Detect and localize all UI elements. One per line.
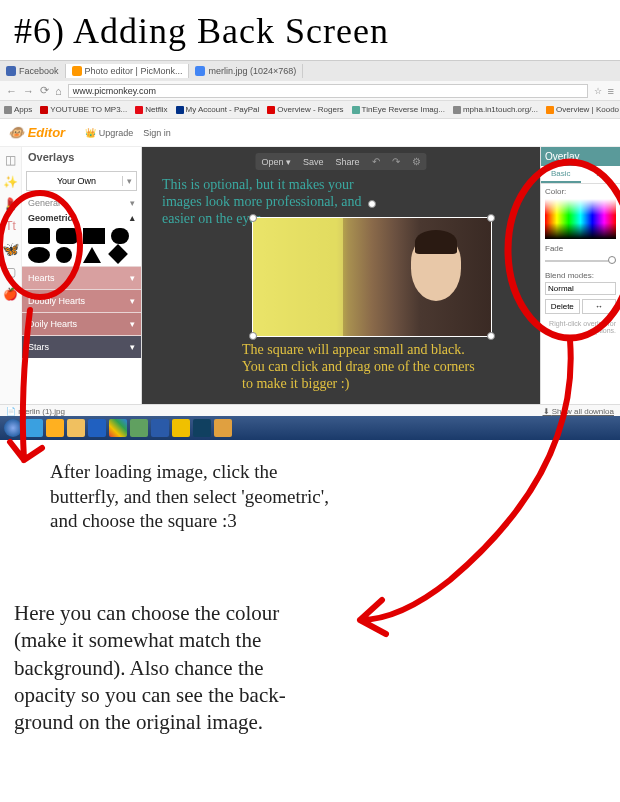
overlay-panel-title: Overlay [541, 147, 620, 166]
your-own-button[interactable]: Your Own▾ [26, 171, 137, 191]
browser-tabs: Facebook Photo editor | PicMonk... merli… [0, 61, 620, 81]
resize-handle-tl[interactable] [249, 214, 257, 222]
annotation-square: The square will appear small and black. … [242, 342, 482, 392]
save-button[interactable]: Save [303, 157, 324, 167]
open-button[interactable]: Open ▾ [261, 157, 291, 167]
overlays-panel: Overlays Your Own▾ General▾ Geometric▴ H… [22, 147, 142, 419]
taskbar-media-icon[interactable] [46, 419, 64, 437]
taskbar-mail-icon[interactable] [88, 419, 106, 437]
bookmarks-bar: Apps YOUTUBE TO MP3... Netflix My Accoun… [0, 101, 620, 119]
bookmark-mpha[interactable]: mpha.in1touch.org/... [453, 105, 538, 114]
rotate-handle[interactable] [368, 200, 376, 208]
shape-circle[interactable] [56, 247, 72, 263]
category-hearts[interactable]: Hearts▾ [22, 266, 141, 289]
touchup-tool-icon[interactable]: 💄 [3, 197, 18, 211]
bookmark-apps[interactable]: Apps [4, 105, 32, 114]
shape-rect[interactable] [83, 228, 105, 244]
url-input[interactable]: www.picmonkey.com [68, 84, 588, 98]
resize-handle-tr[interactable] [487, 214, 495, 222]
overlay-tab-basic[interactable]: Basic [541, 166, 581, 183]
blend-label: Blend modes: [541, 268, 620, 281]
color-picker[interactable] [545, 199, 616, 239]
bookmark-star-icon[interactable]: ☆ [594, 86, 602, 96]
bookmark-rogers[interactable]: Overview - Rogers [267, 105, 343, 114]
color-label: Color: [541, 184, 620, 197]
category-doodly-hearts[interactable]: Doodly Hearts▾ [22, 289, 141, 312]
reload-button[interactable]: ⟳ [40, 84, 49, 97]
overlay-properties-panel: Overlay Basic Er Color: Fade Blend modes… [540, 147, 620, 419]
shape-diamond[interactable] [108, 244, 128, 264]
selected-photo-overlay[interactable] [252, 217, 492, 337]
windows-taskbar [0, 416, 620, 440]
category-general[interactable]: General▾ [22, 195, 141, 211]
canvas-toolbar: Open ▾ Save Share ↶ ↷ ⚙ [255, 153, 426, 170]
butterfly-overlays-icon[interactable]: 🦋 [2, 241, 19, 257]
home-button[interactable]: ⌂ [55, 85, 62, 97]
start-button[interactable] [4, 419, 22, 437]
resize-handle-bl[interactable] [249, 332, 257, 340]
category-geometric[interactable]: Geometric▴ [22, 211, 141, 225]
taskbar-onenote-icon[interactable] [172, 419, 190, 437]
signin-link[interactable]: Sign in [143, 128, 171, 138]
category-doily-hearts[interactable]: Doily Hearts▾ [22, 312, 141, 335]
photo-subject [411, 236, 461, 301]
shape-triangle[interactable] [83, 247, 101, 263]
editor-header: 🐵 Editor 👑 Upgrade Sign in [0, 119, 620, 147]
url-bar: ← → ⟳ ⌂ www.picmonkey.com ☆ ≡ [0, 81, 620, 101]
resize-handle-br[interactable] [487, 332, 495, 340]
flip-overlay-button[interactable]: ↔ [582, 299, 617, 314]
tutorial-step-2: Here you can choose the colour (make it … [14, 600, 324, 736]
forward-button[interactable]: → [23, 85, 34, 97]
settings-gear-icon[interactable]: ⚙ [412, 156, 421, 167]
editor-body: ◫ ✨ 💄 Tt 🦋 ▢ 🍎 Overlays Your Own▾ Genera… [0, 147, 620, 419]
dropdown-arrow-icon[interactable]: ▾ [122, 176, 132, 186]
canvas-area[interactable]: Open ▾ Save Share ↶ ↷ ⚙ This is optional… [142, 147, 540, 419]
textures-tool-icon[interactable]: 🍎 [3, 287, 18, 301]
share-button[interactable]: Share [336, 157, 360, 167]
shape-square[interactable] [28, 228, 50, 244]
frames-tool-icon[interactable]: ▢ [5, 265, 16, 279]
taskbar-ps-icon[interactable] [193, 419, 211, 437]
shape-rounded-square[interactable] [111, 228, 129, 244]
taskbar-chrome-icon[interactable] [109, 419, 127, 437]
tab-facebook[interactable]: Facebook [0, 64, 66, 78]
menu-icon[interactable]: ≡ [608, 85, 614, 97]
tool-strip: ◫ ✨ 💄 Tt 🦋 ▢ 🍎 [0, 147, 22, 419]
effects-tool-icon[interactable]: ✨ [3, 175, 18, 189]
fade-slider[interactable] [545, 256, 616, 266]
text-tool-icon[interactable]: Tt [5, 219, 16, 233]
tab-picmonkey[interactable]: Photo editor | PicMonk... [66, 64, 190, 78]
redo-icon[interactable]: ↷ [392, 156, 400, 167]
taskbar-word-icon[interactable] [151, 419, 169, 437]
fade-label: Fade [541, 241, 620, 254]
tutorial-step-1: After loading image, click the butterfly… [50, 460, 330, 534]
shape-rounded-rect[interactable] [56, 228, 78, 244]
blend-mode-select[interactable]: Normal [545, 282, 616, 295]
taskbar-ie-icon[interactable] [25, 419, 43, 437]
delete-overlay-button[interactable]: Delete [545, 299, 580, 314]
taskbar-explorer-icon[interactable] [67, 419, 85, 437]
category-stars[interactable]: Stars▾ [22, 335, 141, 358]
overlay-tab-erase[interactable]: Er [581, 166, 621, 183]
tab-merlin[interactable]: merlin.jpg (1024×768) [189, 64, 303, 78]
bookmark-youtube[interactable]: YOUTUBE TO MP3... [40, 105, 127, 114]
crop-tool-icon[interactable]: ◫ [5, 153, 16, 167]
taskbar-paint-icon[interactable] [214, 419, 232, 437]
shape-oval[interactable] [28, 247, 50, 263]
bookmark-koodo[interactable]: Overview | Koodo M... [546, 105, 620, 114]
bookmark-netflix[interactable]: Netflix [135, 105, 167, 114]
browser-window: Facebook Photo editor | PicMonk... merli… [0, 60, 620, 440]
overlay-hint: Right-click overlay for options. [541, 318, 620, 336]
overlays-title: Overlays [22, 147, 141, 167]
bookmark-paypal[interactable]: My Account - PayPal [176, 105, 260, 114]
taskbar-recycle-icon[interactable] [130, 419, 148, 437]
picmonkey-logo: 🐵 Editor [8, 125, 65, 140]
back-button[interactable]: ← [6, 85, 17, 97]
bookmark-tineye[interactable]: TinEye Reverse Imag... [352, 105, 445, 114]
undo-icon[interactable]: ↶ [372, 156, 380, 167]
upgrade-link[interactable]: 👑 Upgrade [85, 128, 133, 138]
geometric-shapes-grid [22, 225, 141, 266]
tutorial-title: #6) Adding Back Screen [0, 0, 620, 62]
